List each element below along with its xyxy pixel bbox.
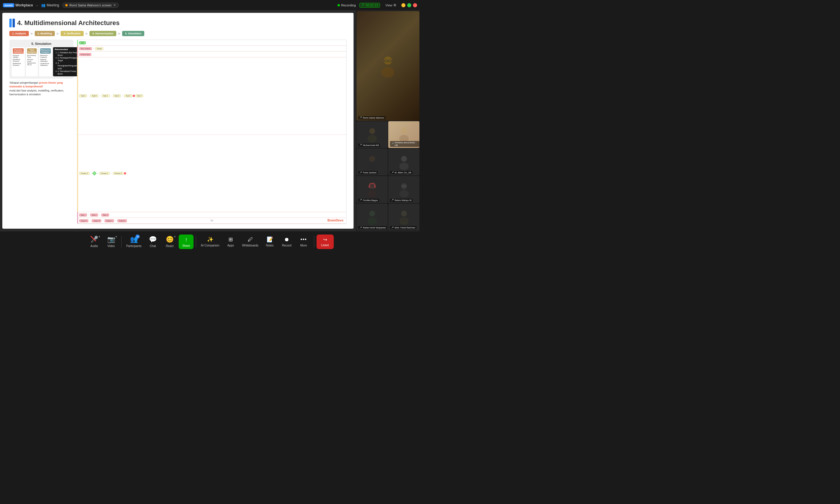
workplace-label: Workplace — [15, 3, 33, 7]
participant-tile-1[interactable]: 🎤 Muhammad Alif — [356, 121, 388, 148]
tool-react[interactable]: 😊 ▲ React — [162, 234, 178, 249]
slide-title: 4. Multidimensional Architectures — [9, 19, 346, 28]
fc-arr-1: → — [92, 47, 95, 50]
leave-label: Leave — [321, 244, 329, 247]
tool-video[interactable]: 📷 ▲ Video — [103, 234, 119, 249]
tool-record[interactable]: ⏺ Record — [279, 235, 295, 249]
tool-apps[interactable]: ⊞ Apps — [223, 235, 238, 249]
svg-point-23 — [401, 211, 407, 216]
separator-1 — [121, 236, 122, 248]
chat-icon: 💬 — [149, 236, 157, 243]
tool-audio[interactable]: 🎤 ▲ Audio — [86, 234, 102, 249]
fc-box-9: Task E — [124, 94, 132, 97]
tool-whiteboards[interactable]: 🖊 Whiteboards — [239, 235, 261, 249]
svg-point-6 — [368, 135, 377, 142]
svg-point-7 — [401, 128, 407, 134]
sim-box: 5. Simulation Process Validation Process… — [9, 40, 73, 79]
fc-row-3: Process Input — [77, 52, 346, 57]
tool-participants[interactable]: 👥 9 ▲ Participants — [124, 234, 144, 249]
resource-analysis-col: Resource Analysis Resource Capacity Opti… — [39, 47, 52, 76]
svg-point-10 — [368, 163, 377, 170]
toolbar: 🎤 ▲ Audio 📷 ▲ Video 👥 9 ▲ Participants 💬… — [0, 231, 420, 252]
participant-tile-7[interactable]: 🎤 Raden Arief Setyawan — [356, 204, 388, 231]
screen-share-dot — [65, 4, 68, 6]
participant-name-3: 🎤 Farid Jauhari — [358, 171, 378, 174]
presenter-avatar — [356, 11, 419, 121]
step-arrow-2: ➤ — [56, 31, 59, 36]
step-4: 4. Harmonization — [89, 31, 117, 36]
flowchart-area: Start Req. Analysis → Design Process Inp… — [77, 40, 346, 224]
video-chevron[interactable]: ▲ — [115, 235, 118, 238]
fc-box-3: Design — [95, 47, 103, 50]
screen-share-label: Romi Satria Wahono's screen — [69, 3, 112, 7]
tool-more[interactable]: ••• More — [296, 235, 311, 249]
react-chevron[interactable]: ▲ — [174, 235, 176, 238]
tool-ai-companion[interactable]: ✨ AI Companion — [198, 235, 221, 249]
participant-tile-8[interactable]: 🎤 Moh. Farid Rahman — [388, 204, 419, 231]
resource-analysis-title: Resource Analysis — [40, 48, 51, 54]
slide-container: 4. Multidimensional Architectures 1. Ana… — [2, 13, 354, 229]
participant-name-5: 🎤 Ferdika Bagus — [358, 199, 379, 202]
mic-icon-5: 🎤 — [359, 199, 362, 201]
step-arrow-4: ➤ — [118, 31, 121, 36]
title-bar-2 — [13, 19, 15, 28]
meeting-icon: 👥 — [41, 3, 46, 7]
fc-box-18: Output B — [92, 219, 101, 222]
mic-icon-1: 🎤 — [359, 144, 362, 146]
participant-tile-2[interactable]: 🎤 Ismiarta Aknuranda - UB — [388, 121, 419, 148]
participant-tile-6[interactable]: 🎤 Ratno Wahyu W — [388, 176, 419, 203]
step-3: 3. Verification — [60, 31, 84, 36]
apps-icon-wrap: ⊞ — [229, 236, 233, 243]
participant-label-5: Ferdika Bagus — [363, 199, 378, 202]
video-icon-wrap: 📷 ▲ — [107, 236, 115, 243]
recording-label: Recording — [341, 3, 356, 7]
minimize-button[interactable] — [401, 3, 406, 7]
presentation-area: 4. Multidimensional Architectures 1. Ana… — [0, 11, 356, 231]
participant-tile-4[interactable]: 🎤 M. Alfan Ch_UB — [388, 148, 419, 175]
screen-share-indicator[interactable]: Romi Satria Wahono's screen ✕ — [62, 3, 119, 8]
participant-tile-5[interactable]: 🎤 Ferdika Bagus — [356, 176, 388, 203]
record-icon-wrap: ⏺ — [284, 237, 289, 243]
meeting-label: Meeting — [47, 3, 59, 7]
fc-box-8: Task D — [113, 94, 121, 97]
participants-panel: 🎤 Romi Satria Wahono 🎤 Muhammad Alif — [356, 11, 420, 231]
participants-chevron[interactable]: ▲ — [138, 235, 140, 238]
screen-share-close[interactable]: ✕ — [113, 3, 116, 7]
ai-companion-icon-wrap: ✨ — [207, 236, 213, 243]
participant-name-1: 🎤 Muhammad Alif — [358, 144, 380, 147]
share-icon-wrap: ↑ — [185, 236, 188, 243]
close-button[interactable] — [413, 3, 417, 7]
mic-icon-7: 🎤 — [359, 227, 362, 229]
svg-rect-16 — [374, 185, 376, 188]
desc-part2: mulai dari fase analysis, modelling, ver… — [9, 89, 64, 96]
tool-share[interactable]: ↑ Share — [179, 235, 194, 249]
process-validation-col: Process Validation Process Validity Dead… — [12, 47, 25, 76]
zoom-brand-icon: zoom — [3, 3, 14, 7]
participant-name-4: 🎤 M. Alfan Ch_UB — [390, 171, 412, 174]
slide-title-text: 4. Multidimensional Architectures — [17, 19, 120, 27]
fc-box-20: Output D — [118, 219, 127, 222]
mic-icon-2: 🎤 — [391, 143, 394, 145]
participant-tile-3[interactable]: 🎤 Farid Jauhari — [356, 148, 388, 175]
fc-row-2: Req. Analysis → Design — [77, 46, 346, 52]
pv-item-3: Bottleneck Process — [13, 62, 24, 67]
app-menu-chevron[interactable]: ⌄ — [36, 3, 38, 7]
maximize-button[interactable] — [407, 3, 411, 7]
participant-tile-main[interactable]: 🎤 Romi Satria Wahono — [356, 11, 419, 121]
chat-icon-wrap: 💬 — [149, 236, 157, 243]
window-controls — [401, 3, 417, 7]
whiteboards-icon: 🖊 — [248, 237, 253, 243]
main-content: 4. Multidimensional Architectures 1. Ana… — [0, 11, 420, 231]
audio-chevron[interactable]: ▲ — [98, 235, 101, 238]
rekom-title: Rekomendasi — [55, 48, 80, 50]
fc-row-5: Process X → → Process Y → Process Z — [77, 135, 346, 212]
tool-notes[interactable]: 📝 Notes — [262, 235, 278, 249]
process-validation-title: Process Validation — [13, 48, 24, 54]
video-icon: 📷 — [107, 236, 115, 243]
leave-button[interactable]: ↪ Leave — [317, 235, 334, 249]
whiteboards-label: Whiteboards — [242, 244, 258, 247]
view-button[interactable]: View ⊞ — [383, 3, 398, 7]
tool-chat[interactable]: 💬 Chat — [145, 234, 161, 249]
leave-icon: ↪ — [323, 237, 327, 242]
fc-row-4: Task A → Task B → Task C → Task D → Task… — [77, 57, 346, 135]
